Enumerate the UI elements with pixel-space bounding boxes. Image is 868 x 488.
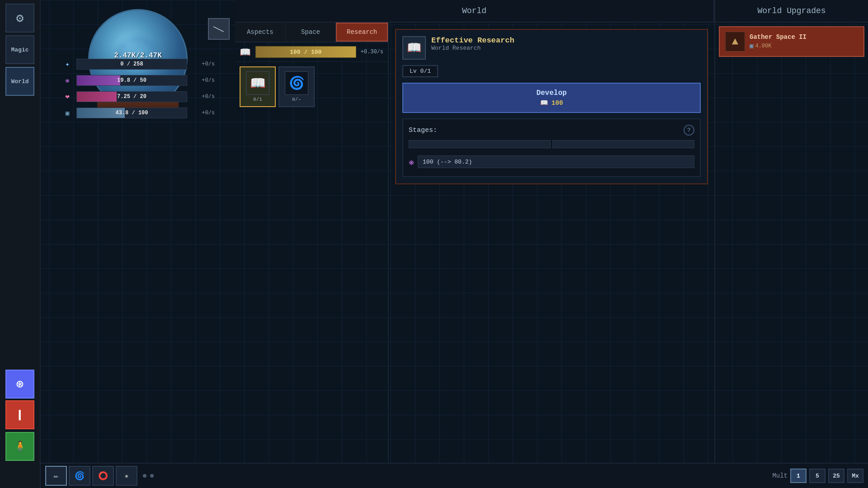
magic-res-icon: ❋ bbox=[61, 74, 74, 87]
right-detail-panel: 📖 Effective Research World Research Lv 0… bbox=[389, 23, 714, 463]
gear-icon: ⚙ bbox=[16, 10, 24, 26]
mult-btn-5[interactable]: 5 bbox=[809, 469, 826, 483]
star-bar-text: 0 / 258 bbox=[120, 61, 143, 67]
magic-rate: +0/s bbox=[190, 77, 215, 84]
stages-section: Stages: ? ❋ 100 (--> 80.2) bbox=[402, 118, 701, 177]
research-bar-text: 100 / 100 bbox=[290, 49, 321, 56]
upgrade-item-name: Gather Space II bbox=[750, 33, 858, 41]
detail-level: Lv 0/1 bbox=[402, 65, 438, 77]
book-item-icon: 📖 bbox=[250, 75, 266, 91]
detail-book-icon: 📖 bbox=[407, 41, 421, 55]
detail-card: 📖 Effective Research World Research Lv 0… bbox=[395, 29, 708, 184]
discord-button[interactable]: ⊛ bbox=[5, 370, 34, 399]
upgrade-item-info: Gather Space II ▣ 4.00K bbox=[750, 33, 858, 50]
hotbar-dot-1[interactable] bbox=[143, 474, 146, 478]
star-bar: 0 / 258 bbox=[76, 59, 187, 70]
aspects-tab[interactable]: Aspects bbox=[235, 23, 286, 42]
mult-btn-mx[interactable]: Mx bbox=[847, 469, 863, 483]
develop-button[interactable]: Develop 📖 100 bbox=[402, 83, 701, 113]
stage-bar-2 bbox=[552, 140, 694, 148]
patreon-icon: ❙ bbox=[16, 407, 24, 422]
heart-bar-fill bbox=[77, 92, 117, 102]
research-item-2-icon: 🌀 bbox=[285, 71, 308, 95]
research-bar-row: 📖 100 / 100 +0.30/s bbox=[235, 42, 388, 62]
cube-icon: ▣ bbox=[61, 107, 74, 119]
heart-icon: ❤ bbox=[61, 90, 74, 103]
detail-title-block: Effective Research World Research bbox=[431, 36, 701, 52]
world-sidebar-label: World bbox=[11, 78, 28, 85]
develop-label: Develop bbox=[409, 89, 694, 97]
hotbar-dot-2[interactable] bbox=[150, 474, 154, 478]
research-item-1[interactable]: 📖 0/1 bbox=[240, 66, 276, 107]
research-progress-bar: 100 / 100 bbox=[255, 46, 356, 58]
upgrade-cost-icon: ▣ bbox=[750, 42, 753, 50]
level-value: 0/1 bbox=[420, 68, 431, 75]
develop-cost: 📖 100 bbox=[409, 99, 694, 107]
heart-bar: 7.25 / 20 bbox=[76, 91, 187, 102]
hotbar: ✏️ 🌀 ⭕ ✴ Mult 1 5 25 Mx bbox=[41, 463, 868, 488]
upgrades-title: World Upgrades bbox=[757, 6, 826, 15]
swirl-hotbar-icon: 🌀 bbox=[75, 471, 85, 481]
hotbar-slot-3[interactable]: ⭕ bbox=[92, 466, 114, 486]
detail-icon: 📖 bbox=[402, 36, 426, 60]
mult-btn-25[interactable]: 25 bbox=[828, 469, 844, 483]
magic-tab-button[interactable]: Magic bbox=[5, 35, 34, 64]
world-tab-button[interactable]: World bbox=[5, 67, 34, 96]
mult-btn-1[interactable]: 1 bbox=[790, 469, 807, 483]
tool-button[interactable]: ⧹ bbox=[208, 18, 230, 40]
stage-bars bbox=[409, 140, 694, 148]
wand-icon: ⧹ bbox=[213, 23, 225, 35]
patreon-button[interactable]: ❙ bbox=[5, 400, 34, 429]
settings-button[interactable]: ⚙ bbox=[5, 4, 34, 33]
stage-magic-icon: ❋ bbox=[409, 156, 414, 168]
magic-bar: 19.8 / 50 bbox=[76, 75, 187, 86]
star-hotbar-icon: ✴ bbox=[124, 471, 129, 481]
pencil-icon: ✏️ bbox=[54, 471, 59, 481]
cube-bar: 43.8 / 100 bbox=[76, 108, 187, 118]
left-content: Aspects Space Research 📖 100 / 100 +0.30… bbox=[235, 23, 389, 463]
hotbar-slot-2[interactable]: 🌀 bbox=[69, 466, 90, 486]
upgrade-cost-value: 4.00K bbox=[755, 43, 771, 49]
research-item-2-count: 0/– bbox=[292, 97, 301, 102]
world-nav-section: World bbox=[235, 0, 714, 22]
stages-help-icon[interactable]: ? bbox=[684, 125, 694, 136]
triangle-icon: ▲ bbox=[732, 36, 738, 48]
upgrade-item-gather-space-2[interactable]: ▲ Gather Space II ▣ 4.00K bbox=[719, 26, 864, 57]
mult-section: Mult 1 5 25 Mx bbox=[772, 469, 863, 483]
research-item-1-icon: 📖 bbox=[246, 71, 269, 95]
research-book-icon: 📖 bbox=[240, 47, 251, 58]
cube-rate: +0/s bbox=[190, 110, 215, 116]
social-button-3[interactable]: 🧍 bbox=[5, 432, 34, 461]
hotbar-slot-4[interactable]: ✴ bbox=[116, 466, 137, 486]
space-tab[interactable]: Space bbox=[286, 23, 336, 42]
detail-subtitle: World Research bbox=[431, 45, 701, 52]
magic-bar-fill bbox=[77, 75, 120, 85]
detail-header: 📖 Effective Research World Research bbox=[402, 36, 701, 60]
research-rate: +0.30/s bbox=[361, 49, 383, 55]
stage-res-next: --> 80.2 bbox=[440, 159, 468, 165]
upgrades-panel: World Upgrades ▲ Gather Space II ▣ 4.00K bbox=[714, 0, 868, 488]
stage-res-value: 100 (--> 80.2) bbox=[423, 159, 472, 165]
upgrades-header: World Upgrades bbox=[715, 0, 868, 23]
star-icon: ✦ bbox=[61, 58, 74, 70]
world-nav-label: World bbox=[462, 6, 486, 15]
discord-icon: ⊛ bbox=[16, 376, 24, 392]
research-items: 📖 0/1 🌀 0/– bbox=[235, 62, 388, 112]
top-nav: World bbox=[235, 0, 714, 23]
star-rate: +0/s bbox=[190, 61, 215, 67]
main-panel: World Aspects Space Research 📖 100 / 1 bbox=[235, 0, 714, 488]
upgrade-item-cost: ▣ 4.00K bbox=[750, 42, 858, 50]
level-current: 0 bbox=[420, 68, 424, 75]
lv-label: Lv bbox=[410, 68, 417, 75]
stage-resource-row: ❋ 100 (--> 80.2) bbox=[409, 153, 694, 171]
hotbar-slot-1[interactable]: ✏️ bbox=[45, 466, 67, 486]
research-item-2[interactable]: 🌀 0/– bbox=[278, 66, 315, 107]
research-item-1-count: 0/1 bbox=[253, 97, 262, 102]
person-icon: 🧍 bbox=[14, 441, 26, 453]
stage-bar-1 bbox=[409, 140, 551, 148]
swirl-item-icon: 🌀 bbox=[289, 75, 305, 91]
research-tab[interactable]: Research bbox=[336, 23, 388, 42]
level-max: 1 bbox=[427, 68, 431, 75]
content-area: Aspects Space Research 📖 100 / 100 +0.30… bbox=[235, 23, 714, 463]
hotbar-dots bbox=[143, 474, 154, 478]
